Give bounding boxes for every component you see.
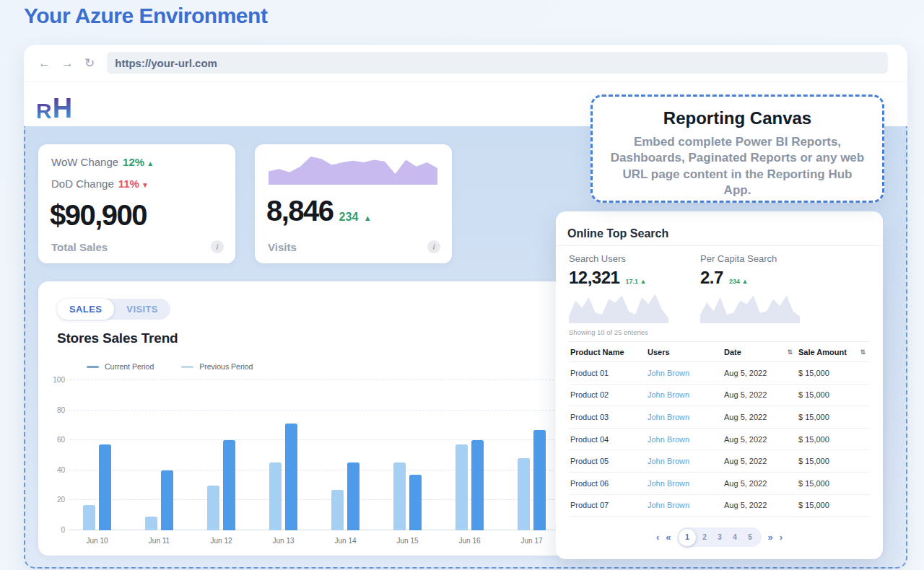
table-row: Product 02John BrownAug 5, 2022$ 15,000 <box>569 385 870 407</box>
x-axis-tick: Jun 11 <box>138 537 181 545</box>
wow-change-row: WoW Change12%▲ <box>51 156 154 168</box>
product-name-cell: Product 05 <box>569 457 646 465</box>
bar-previous-period <box>207 486 219 530</box>
gridline <box>69 380 569 380</box>
bar-previous-period <box>456 444 468 530</box>
search-users-stat: Search Users 12,321 17.1 ▲ <box>569 253 646 288</box>
last-page-icon[interactable]: » <box>768 532 773 542</box>
wow-change-label: WoW Change <box>51 156 118 168</box>
panel-title: Online Top Search <box>567 227 668 240</box>
product-name-cell: Product 07 <box>569 501 646 509</box>
search-table: Product Name Users Date⇅ Sale Amount⇅ Pr… <box>569 341 870 517</box>
bar-group-jun-10 <box>83 444 111 530</box>
product-name-cell: Product 04 <box>569 435 646 444</box>
bar-previous-period <box>145 517 157 530</box>
sale-amount-cell: $ 15,000 <box>797 479 870 488</box>
bar-group-jun-15 <box>393 462 422 530</box>
page-1[interactable]: 1 <box>679 529 696 546</box>
y-axis-tick: 100 <box>45 376 65 384</box>
table-row: Product 06John BrownAug 5, 2022$ 15,000 <box>569 473 870 495</box>
total-sales-caption: Total Sales <box>51 241 108 253</box>
sale-amount-cell: $ 15,000 <box>797 435 870 444</box>
dod-change-label: DoD Change <box>51 177 114 190</box>
x-axis-tick: Jun 12 <box>200 537 243 545</box>
user-link[interactable]: John Brown <box>646 435 723 444</box>
product-name-cell: Product 03 <box>569 413 646 421</box>
bar-current-period <box>409 475 422 530</box>
col-users: Users <box>646 348 723 356</box>
reporting-hub-logo: R H <box>36 96 72 120</box>
trend-plot <box>69 380 569 530</box>
next-page-icon[interactable]: › <box>780 532 783 542</box>
visits-card: 8,846 234 ▲ Visits i <box>255 144 452 263</box>
user-link[interactable]: John Brown <box>646 369 723 377</box>
bar-previous-period <box>518 458 530 530</box>
tab-sales[interactable]: SALES <box>57 299 114 320</box>
info-icon[interactable]: i <box>211 240 224 253</box>
page-4[interactable]: 4 <box>728 533 743 541</box>
logo-letter-h: H <box>53 96 72 120</box>
legend-marker <box>181 366 193 368</box>
per-capita-delta: 234 ▲ <box>729 278 748 285</box>
search-users-value: 12,321 <box>569 268 619 288</box>
y-axis-tick: 20 <box>45 496 65 504</box>
user-link[interactable]: John Brown <box>646 390 723 399</box>
visits-sparkline <box>269 152 437 185</box>
total-sales-card: WoW Change12%▲ DoD Change11%▼ $90,900 To… <box>38 144 235 263</box>
dod-change-value: 11% <box>118 177 139 190</box>
page-3[interactable]: 3 <box>712 533 728 541</box>
callout-body: Embed complete Power BI Reports, Dashboa… <box>593 134 882 199</box>
dod-change-row: DoD Change11%▼ <box>51 177 149 190</box>
date-cell: Aug 5, 2022 <box>723 413 797 421</box>
wow-change-value: 12% <box>123 156 144 168</box>
up-triangle-icon: ▲ <box>147 159 154 167</box>
date-cell: Aug 5, 2022 <box>723 457 797 465</box>
per-capita-stat: Per Capita Search 2.7 234 ▲ <box>700 253 777 288</box>
user-link[interactable]: John Brown <box>646 501 723 509</box>
table-row: Product 04John BrownAug 5, 2022$ 15,000 <box>569 429 870 451</box>
table-row: Product 07John BrownAug 5, 2022$ 15,000 <box>569 495 870 517</box>
sort-icon[interactable]: ⇅ <box>787 348 797 356</box>
gridline <box>69 410 569 411</box>
info-icon[interactable]: i <box>427 240 440 253</box>
bar-group-jun-14 <box>331 462 359 530</box>
col-date: Date⇅ <box>723 348 797 356</box>
pagination-pages: 12345 <box>678 527 762 547</box>
entries-count: Showing 10 of 25 enteries <box>569 328 648 336</box>
total-sales-value: $90,900 <box>50 199 147 232</box>
user-link[interactable]: John Brown <box>646 479 723 488</box>
search-users-sparkline <box>569 289 668 323</box>
y-axis-tick: 80 <box>45 406 65 414</box>
visits-value: 8,846 <box>266 195 334 227</box>
prev-page-icon[interactable]: ‹ <box>656 532 659 542</box>
reload-icon[interactable]: ↻ <box>84 57 95 69</box>
bar-group-jun-16 <box>456 440 484 530</box>
date-cell: Aug 5, 2022 <box>723 390 797 399</box>
table-row: Product 01John BrownAug 5, 2022$ 15,000 <box>569 362 870 385</box>
back-icon[interactable]: ← <box>38 57 51 69</box>
url-bar[interactable]: https://your-url.com <box>107 52 888 74</box>
first-page-icon[interactable]: « <box>666 532 671 542</box>
product-name-cell: Product 02 <box>569 390 646 399</box>
gridline <box>69 470 569 470</box>
user-link[interactable]: John Brown <box>646 457 723 465</box>
up-triangle-icon: ▲ <box>640 278 646 285</box>
bar-previous-period <box>331 490 344 530</box>
bar-previous-period <box>83 505 95 530</box>
date-cell: Aug 5, 2022 <box>723 479 797 488</box>
col-sale-amount: Sale Amount⇅ <box>797 348 870 356</box>
page-title: Your Azure Environment <box>24 4 267 28</box>
trend-tabs: SALES VISITS <box>57 299 170 320</box>
x-axis-tick: Jun 17 <box>510 537 554 545</box>
page-2[interactable]: 2 <box>697 533 712 541</box>
bar-current-period <box>223 440 235 530</box>
page-5[interactable]: 5 <box>743 533 758 541</box>
forward-icon[interactable]: → <box>61 57 74 69</box>
pagination: ‹ « 12345 » › <box>556 527 883 547</box>
callout-title: Reporting Canvas <box>593 108 882 128</box>
bar-current-period <box>161 470 173 530</box>
sort-icon[interactable]: ⇅ <box>860 348 870 356</box>
user-link[interactable]: John Brown <box>646 413 723 421</box>
tab-visits[interactable]: VISITS <box>114 299 170 320</box>
table-row: Product 03John BrownAug 5, 2022$ 15,000 <box>569 406 870 429</box>
